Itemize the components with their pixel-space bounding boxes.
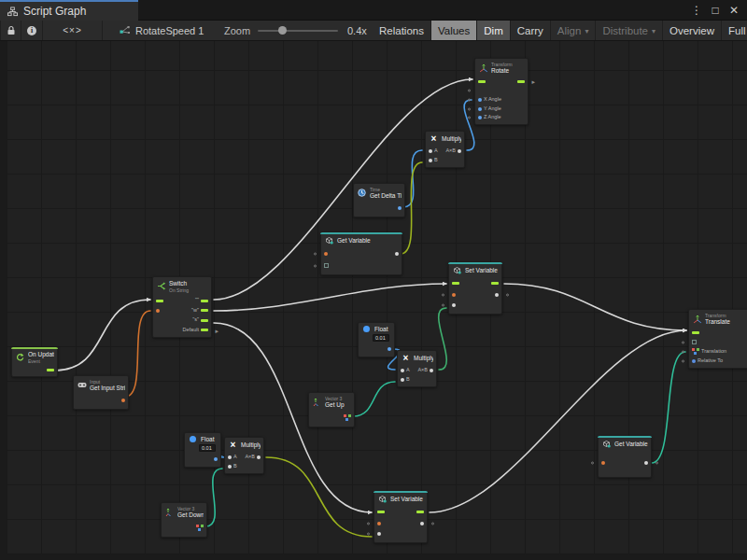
tab-script-graph[interactable]: Script Graph: [0, 0, 138, 21]
kebab-menu-icon[interactable]: ⋮: [687, 4, 706, 17]
wire-get-variable-to-translate[interactable]: [652, 352, 685, 463]
node-multiply-bottom[interactable]: ×MultiplyAA×BB: [224, 437, 264, 474]
value-port[interactable]: [420, 522, 424, 525]
flow-port[interactable]: [47, 369, 54, 371]
flow-port[interactable]: [416, 511, 424, 513]
value-port[interactable]: [257, 455, 261, 459]
value-port[interactable]: [324, 252, 328, 256]
node-switch-on-string[interactable]: SwitchOn String"""w""s"Default▸: [152, 276, 212, 338]
value-port[interactable]: [430, 369, 433, 372]
value-port[interactable]: [228, 455, 232, 459]
flow-port[interactable]: [491, 282, 499, 285]
flow-port[interactable]: [478, 80, 486, 83]
flow-port[interactable]: [156, 300, 163, 302]
vector3-port[interactable]: [692, 348, 699, 355]
graph-canvas[interactable]: On UpdateEventInputGet Input StrinSwitch…: [0, 41, 747, 560]
value-port[interactable]: [388, 347, 391, 351]
value-port[interactable]: [478, 107, 482, 111]
value-port[interactable]: [156, 309, 160, 313]
flow-port[interactable]: [452, 282, 459, 285]
node-get-input-string[interactable]: InputGet Input Strin: [73, 375, 129, 410]
node-translate[interactable]: TransformTranslateTranslationRelative To: [688, 309, 747, 369]
toolbar-button-overview[interactable]: Overview: [663, 21, 722, 41]
node-float-bottom[interactable]: Float0.01: [184, 432, 221, 468]
value-port[interactable]: [395, 252, 399, 256]
node-multiply-top[interactable]: ×MultiplyAA×BB: [425, 131, 465, 168]
zoom-slider-thumb[interactable]: [278, 26, 287, 35]
value-port[interactable]: [692, 359, 696, 363]
value-port[interactable]: [401, 369, 404, 372]
info-button[interactable]: i: [21, 21, 43, 40]
graph-breadcrumb[interactable]: RotateSpeed 1: [120, 21, 204, 41]
value-port[interactable]: [644, 461, 648, 465]
node-rotate[interactable]: TransformRotate▸X AngleY AngleZ Angle: [474, 58, 529, 125]
wire-set-variable-bottom-to-translate[interactable]: [430, 330, 686, 512]
port-row: [309, 414, 354, 422]
vector3-port[interactable]: [344, 414, 351, 421]
wire-get-input-to-switch[interactable]: [125, 311, 150, 397]
port-ring: [468, 90, 471, 92]
vector3-port[interactable]: [196, 525, 204, 531]
variable-icon: [452, 266, 462, 274]
flow-port[interactable]: [201, 329, 208, 331]
node-get-variable-top[interactable]: Get Variable: [320, 232, 402, 275]
node-get-down[interactable]: Vector 3Get Down: [161, 502, 207, 538]
toolbar-button-relations[interactable]: Relations: [373, 21, 431, 41]
maximize-icon[interactable]: □: [706, 4, 725, 17]
node-get-delta-time[interactable]: TimeGet Delta Time: [353, 183, 405, 217]
wire-get-up-to-multiply[interactable]: [353, 382, 395, 416]
toolbar-button-carry[interactable]: Carry: [511, 21, 551, 41]
value-port[interactable]: [214, 457, 218, 461]
node-header: ×Multiply: [426, 132, 464, 145]
lock-button[interactable]: [0, 21, 21, 40]
value-port[interactable]: [401, 378, 404, 382]
flow-port[interactable]: [201, 309, 208, 312]
value-port[interactable]: [377, 532, 381, 536]
wire-multiply-to-set-variable-bottom[interactable]: [266, 457, 372, 537]
value-port[interactable]: [452, 303, 456, 307]
toolbar-button-values[interactable]: Values: [431, 21, 477, 41]
close-icon[interactable]: ✕: [725, 4, 743, 17]
node-set-variable-bottom[interactable]: Set Variable: [374, 491, 428, 543]
code-preview-button[interactable]: <×>: [43, 21, 103, 40]
value-port[interactable]: [228, 465, 232, 469]
flow-port[interactable]: [517, 80, 525, 83]
flow-port[interactable]: [692, 331, 699, 334]
value-port[interactable]: [601, 461, 605, 465]
node-set-variable-mid[interactable]: Set Variable: [448, 262, 502, 315]
value-port[interactable]: [458, 149, 461, 153]
node-get-up[interactable]: Vector 3Get Up: [308, 392, 355, 427]
value-port[interactable]: [429, 159, 432, 162]
flow-port[interactable]: [201, 319, 208, 322]
node-get-variable-br[interactable]: Get Variable: [598, 436, 652, 478]
value-field[interactable]: 0.01: [373, 334, 389, 342]
flow-port[interactable]: [377, 511, 385, 513]
zoom-slider[interactable]: [258, 30, 338, 32]
value-port[interactable]: [478, 116, 482, 119]
node-on-update[interactable]: On UpdateEvent: [11, 347, 58, 377]
toolbar-button-full-screen[interactable]: Full Screen: [722, 21, 747, 41]
flow-port[interactable]: [201, 300, 208, 302]
value-port[interactable]: [121, 399, 125, 402]
toolbar-button-align[interactable]: Align▾: [551, 21, 597, 41]
node-multiply-mid[interactable]: ×MultiplyAA×BB: [397, 350, 437, 387]
wire-set-variable-mid-to-translate[interactable]: [504, 284, 686, 330]
value-field[interactable]: 0.01: [199, 444, 216, 452]
value-port[interactable]: [452, 293, 456, 297]
toolbar-button-distribute[interactable]: Distribute▾: [596, 21, 663, 41]
toolbar-button-dim[interactable]: Dim: [477, 21, 510, 41]
value-port[interactable]: [377, 522, 381, 525]
object-port[interactable]: [324, 263, 329, 268]
wire-get-down-to-multiply[interactable]: [205, 469, 222, 526]
wire-multiply-to-set-variable-mid[interactable]: [439, 308, 447, 370]
node-float-mid[interactable]: Float0.01: [358, 322, 395, 357]
wire-on-update-to-switch[interactable]: [54, 300, 150, 371]
node-title: Translate: [705, 318, 747, 326]
value-port[interactable]: [398, 206, 402, 210]
value-port[interactable]: [429, 149, 432, 153]
object-port[interactable]: [692, 340, 697, 344]
port-row: [475, 87, 528, 94]
wire-delta-time-to-multiply[interactable]: [403, 150, 422, 207]
value-port[interactable]: [478, 98, 482, 102]
value-port[interactable]: [495, 293, 499, 297]
